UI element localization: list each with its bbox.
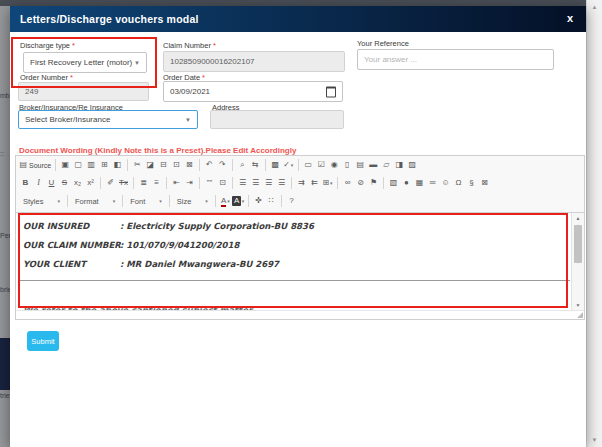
underline-button[interactable]: U bbox=[46, 176, 58, 190]
calendar-icon[interactable] bbox=[326, 86, 336, 97]
remove-format-button[interactable]: Tx bbox=[118, 176, 130, 190]
find-icon: ⌕ bbox=[240, 159, 244, 171]
new-page-button[interactable]: ▢ bbox=[72, 158, 84, 172]
find-button[interactable]: ⌕ bbox=[236, 158, 248, 172]
special-char-button[interactable]: Ω bbox=[453, 176, 465, 190]
scroll-down-icon[interactable]: ▼ bbox=[587, 436, 602, 444]
page-break-button[interactable]: § bbox=[466, 176, 478, 190]
close-icon[interactable]: x bbox=[567, 12, 573, 24]
templates-button[interactable]: ◧ bbox=[111, 158, 123, 172]
bold-button[interactable]: B bbox=[20, 176, 32, 190]
superscript-button[interactable]: x² bbox=[85, 176, 97, 190]
your-reference-input[interactable]: Your answer ... bbox=[357, 49, 554, 70]
editor-scrollbar[interactable]: ▲ ▼ bbox=[571, 213, 584, 311]
page-scrollbar[interactable]: ▲ ▼ bbox=[586, 0, 602, 447]
toolbar-separator bbox=[291, 177, 292, 189]
styles-dropdown[interactable]: Styles▾ bbox=[20, 194, 63, 208]
subscript-button[interactable]: x₂ bbox=[72, 176, 84, 190]
background-dark-block bbox=[0, 338, 10, 390]
link-button[interactable]: ∞ bbox=[342, 176, 354, 190]
justify-button[interactable]: ☰ bbox=[276, 176, 288, 190]
increase-indent-button[interactable]: ⇥ bbox=[184, 176, 196, 190]
iframe-button[interactable]: ⊠ bbox=[479, 176, 491, 190]
decrease-indent-button[interactable]: ⇤ bbox=[171, 176, 183, 190]
image-button[interactable]: ▧ bbox=[388, 176, 400, 190]
editor-scrollbar-thumb[interactable] bbox=[574, 225, 582, 263]
radio-button-button[interactable]: ◉ bbox=[328, 158, 340, 172]
toolbar-separator bbox=[133, 177, 134, 189]
blockquote-button[interactable]: ”” bbox=[204, 176, 216, 190]
copy-formatting-button[interactable]: ✐ bbox=[105, 176, 117, 190]
submit-button[interactable]: Submit bbox=[27, 331, 59, 351]
select-field-button[interactable]: ▬ bbox=[367, 158, 379, 172]
div-container-button[interactable]: ⊡ bbox=[217, 176, 229, 190]
undo-button[interactable]: ↶ bbox=[203, 158, 215, 172]
checkbox-button[interactable]: ☑ bbox=[315, 158, 327, 172]
font-dropdown[interactable]: Font▾ bbox=[127, 194, 165, 208]
order-number-label: Order Number* bbox=[20, 73, 73, 82]
editor-scroll-up-icon[interactable]: ▲ bbox=[572, 215, 584, 222]
align-right-button[interactable]: ☰ bbox=[263, 176, 275, 190]
language-button[interactable]: ⊞▾ bbox=[322, 176, 334, 190]
image-button-icon: ◨ bbox=[395, 159, 403, 171]
print-button[interactable]: ⊞ bbox=[98, 158, 110, 172]
show-blocks-button[interactable]: ∷ bbox=[265, 194, 277, 208]
modal-title: Letters/Discharge vouchers modal bbox=[20, 13, 199, 25]
redo-button[interactable]: ↷ bbox=[216, 158, 228, 172]
decrease-indent-icon: ⇤ bbox=[173, 177, 180, 189]
textarea-button[interactable]: ▤ bbox=[354, 158, 366, 172]
format-dropdown[interactable]: Format▾ bbox=[72, 194, 118, 208]
spell-check-button[interactable]: ✓▾ bbox=[282, 158, 294, 172]
select-all-button[interactable]: ▩ bbox=[269, 158, 281, 172]
bidi-rtl-button[interactable]: ⇇ bbox=[309, 176, 321, 190]
chevron-down-icon: ▼ bbox=[185, 117, 191, 123]
table-button[interactable]: ▦ bbox=[414, 176, 426, 190]
textarea-icon: ▤ bbox=[356, 159, 364, 171]
editor-scroll-down-icon[interactable]: ▼ bbox=[572, 302, 584, 309]
image-button-button[interactable]: ◨ bbox=[393, 158, 405, 172]
save-button[interactable]: ▣ bbox=[59, 158, 71, 172]
discharge-type-select[interactable]: First Recovery Letter (motor) ▼ bbox=[23, 52, 147, 73]
bulleted-list-button[interactable]: ≡ bbox=[151, 176, 163, 190]
form-button[interactable]: ▭ bbox=[302, 158, 314, 172]
paste-text-button[interactable]: ⊡ bbox=[170, 158, 182, 172]
text-color-button[interactable]: A▾ bbox=[219, 194, 231, 208]
align-left-button[interactable]: ☰ bbox=[237, 176, 249, 190]
redo-icon: ↷ bbox=[219, 159, 226, 171]
editor-toolbar: ▤Source▣▢▥⊞◧✂◪⊟⊡⊠↶↷⌕⇆▩✓▾▭☑◉▯▤▬▱◨▨ BIUSx₂… bbox=[16, 156, 584, 213]
editor-content-area[interactable]: OUR INSURED: Electricity Supply Corporat… bbox=[16, 213, 584, 311]
resize-handle-icon[interactable] bbox=[577, 312, 583, 318]
flash-button[interactable]: ● bbox=[401, 176, 413, 190]
bidi-ltr-button[interactable]: ⇉ bbox=[296, 176, 308, 190]
numbered-list-icon: ≣ bbox=[140, 177, 147, 189]
strikethrough-button[interactable]: S bbox=[59, 176, 71, 190]
preview-button[interactable]: ▥ bbox=[85, 158, 97, 172]
unlink-button[interactable]: ⊘ bbox=[355, 176, 367, 190]
cut-button[interactable]: ✂ bbox=[131, 158, 143, 172]
text-field-button[interactable]: ▯ bbox=[341, 158, 353, 172]
paste-button[interactable]: ⊟ bbox=[157, 158, 169, 172]
copy-button[interactable]: ◪ bbox=[144, 158, 156, 172]
about-button[interactable]: ? bbox=[285, 194, 297, 208]
toolbar-row-1: ▤Source▣▢▥⊞◧✂◪⊟⊡⊠↶↷⌕⇆▩✓▾▭☑◉▯▤▬▱◨▨ bbox=[16, 156, 584, 174]
hidden-field-button[interactable]: ▨ bbox=[406, 158, 418, 172]
bg-color-button[interactable]: A▾ bbox=[232, 194, 244, 208]
replace-button[interactable]: ⇆ bbox=[249, 158, 261, 172]
maximize-button[interactable]: ✜ bbox=[252, 194, 264, 208]
smiley-icon: ☺ bbox=[441, 177, 449, 189]
numbered-list-button[interactable]: ≣ bbox=[138, 176, 150, 190]
scroll-up-icon[interactable]: ▲ bbox=[587, 3, 602, 11]
toolbar-separator bbox=[232, 177, 233, 189]
align-center-button[interactable]: ☰ bbox=[250, 176, 262, 190]
horizontal-rule-button[interactable]: ═ bbox=[427, 176, 439, 190]
size-dropdown[interactable]: Size▾ bbox=[174, 194, 211, 208]
anchor-button[interactable]: ⚑ bbox=[368, 176, 380, 190]
paste-from-word-button[interactable]: ⊠ bbox=[183, 158, 195, 172]
source-button[interactable]: ▤Source bbox=[20, 158, 52, 172]
smiley-button[interactable]: ☺ bbox=[440, 176, 452, 190]
order-date-input[interactable]: 03/09/2021 bbox=[163, 81, 343, 102]
button-button[interactable]: ▱ bbox=[380, 158, 392, 172]
italic-button[interactable]: I bbox=[33, 176, 45, 190]
broker-insurance-select[interactable]: Select Broker/Insurance ▼ bbox=[18, 110, 198, 129]
select-all-icon: ▩ bbox=[271, 159, 279, 171]
